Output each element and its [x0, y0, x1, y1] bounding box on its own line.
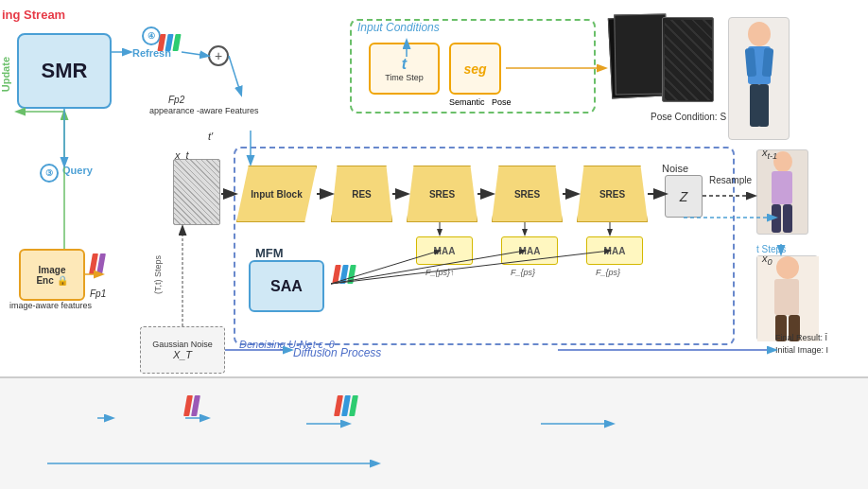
feature-icon-1 [159, 34, 180, 53]
sres1-label: SRES [429, 189, 455, 200]
saa-box: SAA [249, 260, 324, 312]
svg-rect-12 [774, 279, 799, 315]
svg-rect-8 [772, 204, 781, 233]
seg-label: seg [463, 61, 486, 77]
diagram-container: ing Stream Update SMR ④ Refresh + Input … [0, 0, 868, 489]
pose-condition-label: Pose Condition: S [651, 112, 726, 122]
image-enc-box: Image Enc 🔒 [19, 249, 85, 301]
image-enc-label: Image [39, 265, 66, 275]
fps3-label: F_{ps} [596, 268, 620, 277]
image-aware-label: image-aware features [9, 301, 92, 310]
streaming-label: ing Stream [2, 8, 65, 22]
final-result-label: Final Result: Î [775, 333, 827, 342]
resample-label: Resample [709, 175, 752, 185]
mfm-label: MFM [255, 246, 284, 260]
pose-label: Pose [492, 97, 512, 107]
query-badge: ③ [40, 164, 59, 183]
feature-icon-saa [334, 265, 355, 286]
fp1-label: Fp1 [90, 288, 106, 299]
sres3-label: SRES [599, 189, 625, 200]
fps1-label: F_{ps}↑ [425, 268, 455, 277]
stacked-image-2 [614, 14, 667, 96]
bottom-section: ...g a black slim pants. Map Text Enc 🔒 … [0, 378, 868, 489]
saa-label: SAA [270, 278, 303, 295]
input-conditions-label: Input Conditions [357, 21, 440, 34]
gaussian-box: Gaussian Noise X_T [140, 326, 225, 374]
svg-point-11 [776, 256, 799, 279]
sres-block-2: SRES [492, 166, 563, 222]
semantic-label: Semantic [449, 97, 485, 107]
plus-circle-1: + [208, 45, 229, 66]
input-block: Input Block [236, 166, 317, 222]
res-label: RES [352, 189, 372, 200]
pose-image-texture [665, 20, 712, 100]
maa-box-3: MAA [586, 236, 643, 265]
fps2-label: F_{ps} [511, 268, 535, 277]
steps-label: (T,t) Steps [153, 255, 163, 294]
smr-box-top: SMR [17, 33, 112, 109]
appearance-label: appearance -aware Features [149, 106, 259, 115]
timestep-label: Time Step [385, 73, 424, 82]
smr-top-label: SMR [42, 59, 88, 83]
xt1-label: xt-1 [762, 147, 777, 161]
diffusion-label: Diffusion Process [293, 346, 381, 359]
sres2-label: SRES [514, 189, 540, 200]
initial-image-label: Initial Image: I [775, 345, 828, 355]
maa-box-1: MAA [416, 236, 473, 265]
z-label: Z [680, 189, 688, 204]
maa1-label: MAA [434, 246, 456, 256]
maa-box-2: MAA [501, 236, 558, 265]
res-block: RES [331, 166, 392, 222]
input-block-label: Input Block [251, 189, 302, 200]
image-enc-label2: Enc 🔒 [36, 275, 67, 286]
gaussian-title: Gaussian Noise [152, 340, 213, 349]
x0-image [756, 255, 818, 341]
svg-rect-5 [758, 84, 769, 127]
sres-block-3: SRES [577, 166, 648, 222]
z-box: Z [665, 175, 703, 218]
timestep-t: t [402, 56, 407, 73]
xt1-image [756, 149, 808, 235]
fp2-label: Fp2 [168, 95, 184, 105]
noise-label: Noise [662, 163, 688, 174]
maa3-label: MAA [604, 246, 626, 256]
top-section: ing Stream Update SMR ④ Refresh + Input … [0, 0, 868, 378]
update-label: Update [0, 57, 11, 92]
svg-rect-7 [772, 171, 792, 204]
feature-icon-smr [336, 395, 356, 418]
sres-block-1: SRES [407, 166, 477, 222]
seg-box: seg [449, 43, 501, 95]
timestep-box: t Time Step [369, 43, 440, 95]
feature-icon-enc [91, 253, 104, 276]
x0-label: x0 [762, 253, 773, 267]
maa2-label: MAA [519, 246, 541, 256]
svg-point-0 [748, 22, 771, 46]
query-label: Query [62, 165, 93, 176]
svg-rect-9 [783, 204, 792, 233]
gaussian-sub: X_T [173, 349, 192, 360]
tprime-label: t' [208, 131, 213, 142]
pose-image [662, 17, 714, 102]
noisy-image [173, 159, 220, 225]
person-image-top [728, 17, 790, 140]
feature-icon-text [185, 395, 199, 418]
